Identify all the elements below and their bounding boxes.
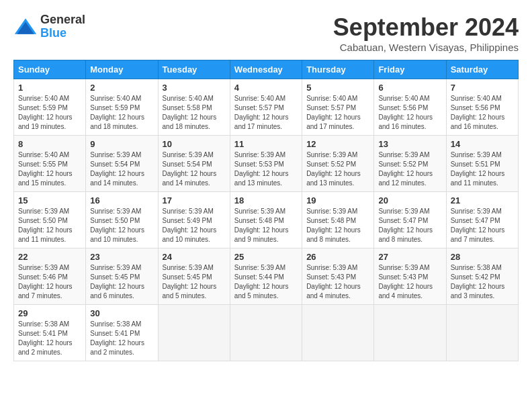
calendar-cell: 1Sunrise: 5:40 AM Sunset: 5:59 PM Daylig… — [14, 79, 86, 136]
day-number: 28 — [451, 252, 514, 262]
day-number: 13 — [378, 139, 441, 149]
day-number: 4 — [234, 83, 298, 93]
calendar-cell: 7Sunrise: 5:40 AM Sunset: 5:56 PM Daylig… — [446, 79, 518, 136]
day-info: Sunrise: 5:39 AM Sunset: 5:50 PM Dayligh… — [18, 207, 81, 244]
calendar-cell: 16Sunrise: 5:39 AM Sunset: 5:50 PM Dayli… — [86, 192, 158, 248]
day-info: Sunrise: 5:39 AM Sunset: 5:48 PM Dayligh… — [234, 207, 298, 244]
day-number: 24 — [163, 252, 226, 262]
day-number: 15 — [18, 195, 81, 205]
day-of-week-header: Wednesday — [230, 60, 302, 79]
day-info: Sunrise: 5:39 AM Sunset: 5:54 PM Dayligh… — [163, 150, 226, 188]
calendar-week-row: 15Sunrise: 5:39 AM Sunset: 5:50 PM Dayli… — [14, 192, 519, 248]
calendar-cell — [302, 305, 374, 361]
day-number: 3 — [163, 83, 226, 93]
calendar-cell: 10Sunrise: 5:39 AM Sunset: 5:54 PM Dayli… — [158, 136, 230, 192]
day-number: 9 — [90, 139, 153, 149]
day-number: 22 — [18, 252, 81, 262]
calendar-cell: 23Sunrise: 5:39 AM Sunset: 5:45 PM Dayli… — [86, 248, 158, 305]
logo-text: General Blue — [40, 13, 85, 40]
day-info: Sunrise: 5:39 AM Sunset: 5:44 PM Dayligh… — [234, 263, 298, 301]
day-info: Sunrise: 5:39 AM Sunset: 5:52 PM Dayligh… — [306, 150, 369, 188]
day-number: 5 — [306, 83, 369, 93]
day-number: 25 — [234, 252, 298, 262]
logo: General Blue — [13, 13, 85, 40]
location-subtitle: Cabatuan, Western Visayas, Philippines — [333, 42, 519, 53]
day-info: Sunrise: 5:40 AM Sunset: 5:58 PM Dayligh… — [163, 94, 226, 132]
logo-icon — [13, 17, 38, 37]
calendar-cell: 3Sunrise: 5:40 AM Sunset: 5:58 PM Daylig… — [158, 79, 230, 136]
calendar-cell: 6Sunrise: 5:40 AM Sunset: 5:56 PM Daylig… — [374, 79, 446, 136]
calendar-cell: 15Sunrise: 5:39 AM Sunset: 5:50 PM Dayli… — [14, 192, 86, 248]
day-info: Sunrise: 5:40 AM Sunset: 5:59 PM Dayligh… — [18, 94, 81, 132]
calendar-cell: 30Sunrise: 5:38 AM Sunset: 5:41 PM Dayli… — [86, 305, 158, 361]
day-number: 8 — [18, 139, 81, 149]
calendar-cell: 21Sunrise: 5:39 AM Sunset: 5:47 PM Dayli… — [446, 192, 518, 248]
day-number: 11 — [234, 139, 298, 149]
day-info: Sunrise: 5:39 AM Sunset: 5:47 PM Dayligh… — [378, 207, 441, 244]
day-info: Sunrise: 5:39 AM Sunset: 5:50 PM Dayligh… — [90, 207, 153, 244]
day-number: 7 — [451, 83, 514, 93]
day-of-week-header: Tuesday — [158, 60, 230, 79]
calendar-cell: 11Sunrise: 5:39 AM Sunset: 5:53 PM Dayli… — [230, 136, 302, 192]
page-header: General Blue September 2024 Cabatuan, We… — [13, 13, 519, 53]
calendar-cell: 18Sunrise: 5:39 AM Sunset: 5:48 PM Dayli… — [230, 192, 302, 248]
calendar-cell: 29Sunrise: 5:38 AM Sunset: 5:41 PM Dayli… — [14, 305, 86, 361]
day-number: 26 — [306, 252, 369, 262]
day-info: Sunrise: 5:39 AM Sunset: 5:54 PM Dayligh… — [90, 150, 153, 188]
calendar-week-row: 1Sunrise: 5:40 AM Sunset: 5:59 PM Daylig… — [14, 79, 519, 136]
day-info: Sunrise: 5:38 AM Sunset: 5:41 PM Dayligh… — [18, 320, 81, 357]
calendar-cell: 27Sunrise: 5:39 AM Sunset: 5:43 PM Dayli… — [374, 248, 446, 305]
day-of-week-header: Monday — [86, 60, 158, 79]
day-info: Sunrise: 5:39 AM Sunset: 5:46 PM Dayligh… — [18, 263, 81, 301]
day-info: Sunrise: 5:40 AM Sunset: 5:57 PM Dayligh… — [306, 94, 369, 132]
day-info: Sunrise: 5:40 AM Sunset: 5:57 PM Dayligh… — [234, 94, 298, 132]
calendar-cell: 14Sunrise: 5:39 AM Sunset: 5:51 PM Dayli… — [446, 136, 518, 192]
day-info: Sunrise: 5:38 AM Sunset: 5:42 PM Dayligh… — [451, 263, 514, 301]
calendar-cell — [230, 305, 302, 361]
day-number: 21 — [451, 195, 514, 205]
day-info: Sunrise: 5:40 AM Sunset: 5:55 PM Dayligh… — [18, 150, 81, 188]
day-number: 23 — [90, 252, 153, 262]
day-number: 10 — [163, 139, 226, 149]
day-number: 6 — [378, 83, 441, 93]
calendar-cell: 19Sunrise: 5:39 AM Sunset: 5:48 PM Dayli… — [302, 192, 374, 248]
calendar-table: SundayMondayTuesdayWednesdayThursdayFrid… — [13, 60, 519, 361]
day-of-week-header: Saturday — [446, 60, 518, 79]
day-info: Sunrise: 5:40 AM Sunset: 5:56 PM Dayligh… — [451, 94, 514, 132]
calendar-cell: 24Sunrise: 5:39 AM Sunset: 5:45 PM Dayli… — [158, 248, 230, 305]
day-info: Sunrise: 5:38 AM Sunset: 5:41 PM Dayligh… — [90, 320, 153, 357]
calendar-cell: 9Sunrise: 5:39 AM Sunset: 5:54 PM Daylig… — [86, 136, 158, 192]
calendar-cell — [446, 305, 518, 361]
calendar-cell — [158, 305, 230, 361]
day-info: Sunrise: 5:39 AM Sunset: 5:53 PM Dayligh… — [234, 150, 298, 188]
day-number: 30 — [90, 308, 153, 318]
day-of-week-header: Thursday — [302, 60, 374, 79]
day-info: Sunrise: 5:39 AM Sunset: 5:48 PM Dayligh… — [306, 207, 369, 244]
day-info: Sunrise: 5:39 AM Sunset: 5:49 PM Dayligh… — [163, 207, 226, 244]
day-of-week-header: Sunday — [14, 60, 86, 79]
day-info: Sunrise: 5:40 AM Sunset: 5:59 PM Dayligh… — [90, 94, 153, 132]
calendar-cell: 13Sunrise: 5:39 AM Sunset: 5:52 PM Dayli… — [374, 136, 446, 192]
day-info: Sunrise: 5:39 AM Sunset: 5:43 PM Dayligh… — [306, 263, 369, 301]
day-number: 14 — [451, 139, 514, 149]
calendar-cell: 2Sunrise: 5:40 AM Sunset: 5:59 PM Daylig… — [86, 79, 158, 136]
day-number: 16 — [90, 195, 153, 205]
day-info: Sunrise: 5:39 AM Sunset: 5:47 PM Dayligh… — [451, 207, 514, 244]
calendar-cell: 28Sunrise: 5:38 AM Sunset: 5:42 PM Dayli… — [446, 248, 518, 305]
day-number: 12 — [306, 139, 369, 149]
day-info: Sunrise: 5:39 AM Sunset: 5:51 PM Dayligh… — [451, 150, 514, 188]
day-number: 19 — [306, 195, 369, 205]
day-info: Sunrise: 5:39 AM Sunset: 5:52 PM Dayligh… — [378, 150, 441, 188]
calendar-week-row: 8Sunrise: 5:40 AM Sunset: 5:55 PM Daylig… — [14, 136, 519, 192]
title-block: September 2024 Cabatuan, Western Visayas… — [333, 13, 519, 53]
day-info: Sunrise: 5:40 AM Sunset: 5:56 PM Dayligh… — [378, 94, 441, 132]
day-of-week-header: Friday — [374, 60, 446, 79]
calendar-cell: 4Sunrise: 5:40 AM Sunset: 5:57 PM Daylig… — [230, 79, 302, 136]
day-number: 20 — [378, 195, 441, 205]
calendar-cell — [374, 305, 446, 361]
day-info: Sunrise: 5:39 AM Sunset: 5:45 PM Dayligh… — [163, 263, 226, 301]
day-info: Sunrise: 5:39 AM Sunset: 5:43 PM Dayligh… — [378, 263, 441, 301]
day-number: 27 — [378, 252, 441, 262]
calendar-cell: 26Sunrise: 5:39 AM Sunset: 5:43 PM Dayli… — [302, 248, 374, 305]
calendar-cell: 12Sunrise: 5:39 AM Sunset: 5:52 PM Dayli… — [302, 136, 374, 192]
